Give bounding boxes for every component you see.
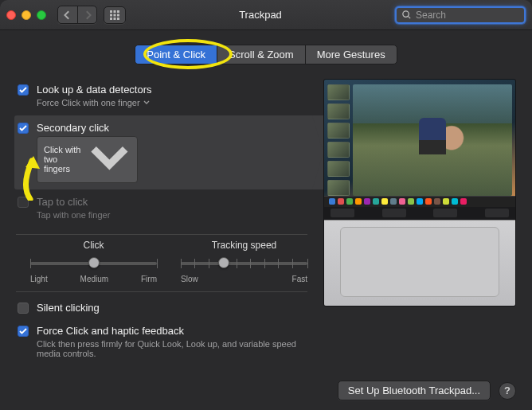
option-tap-to-click-sub: Tap with one finger (37, 210, 110, 220)
tab-point-and-click[interactable]: Point & Click (135, 45, 217, 64)
option-tap-to-click-title: Tap to click (37, 196, 110, 208)
check-icon (19, 86, 27, 94)
svg-rect-0 (110, 10, 112, 13)
window-title: Trackpad (132, 9, 389, 21)
svg-rect-1 (114, 10, 116, 13)
divider (16, 234, 307, 235)
click-slider-knob[interactable] (88, 257, 100, 268)
window-toolbar: Trackpad (0, 0, 532, 30)
click-slider-title: Click (30, 240, 157, 251)
svg-rect-5 (117, 14, 119, 16)
svg-rect-8 (117, 18, 119, 20)
checkbox-lookup[interactable] (18, 84, 29, 96)
tracking-slider-track[interactable] (181, 256, 307, 273)
option-secondary-click-title: Secondary click (37, 122, 138, 134)
option-secondary-click[interactable]: Secondary click Click with two fingers (14, 115, 323, 189)
svg-rect-6 (110, 18, 112, 20)
help-button[interactable]: ? (499, 382, 516, 400)
tab-scroll-and-zoom[interactable]: Scroll & Zoom (217, 45, 305, 64)
tracking-slider-title: Tracking speed (181, 240, 307, 251)
trackpad-preview (323, 79, 516, 307)
checkbox-silent-clicking[interactable] (18, 303, 29, 314)
svg-rect-2 (117, 10, 119, 13)
chevron-right-icon (83, 10, 92, 20)
footer: Set Up Bluetooth Trackpad... ? (338, 381, 516, 400)
option-silent-title: Silent clicking (37, 302, 100, 314)
checkbox-force-click[interactable] (18, 326, 29, 337)
grid-icon (109, 10, 120, 21)
chevron-down-icon (88, 139, 131, 181)
preview-trackpad (324, 220, 515, 306)
show-all-button[interactable] (104, 6, 126, 24)
option-lookup-menu[interactable]: Force Click with one finger (37, 98, 152, 107)
back-button[interactable] (58, 6, 77, 23)
svg-rect-7 (114, 18, 116, 20)
chevron-down-icon (143, 100, 150, 106)
svg-point-9 (403, 11, 409, 17)
tab-more-gestures[interactable]: More Gestures (305, 45, 397, 64)
tracking-slider-knob[interactable] (218, 257, 229, 268)
tabs-bar: Point & Click Scroll & Zoom More Gesture… (16, 45, 516, 64)
preview-screen (324, 80, 515, 196)
checkbox-tap-to-click[interactable] (18, 197, 29, 208)
forward-button[interactable] (77, 6, 96, 23)
option-force-click-sub: Click then press firmly for Quick Look, … (37, 339, 307, 358)
chevron-left-icon (63, 10, 72, 20)
svg-rect-3 (110, 14, 112, 16)
check-icon (19, 327, 27, 335)
tracking-speed-slider: Tracking speed Slow Fast (181, 240, 307, 283)
svg-rect-4 (114, 14, 116, 16)
divider (16, 291, 307, 292)
option-tap-to-click[interactable]: Tap to click Tap with one finger (16, 191, 307, 226)
option-secondary-click-menu[interactable]: Click with two fingers (37, 136, 138, 183)
click-slider-track[interactable] (30, 256, 157, 273)
search-field[interactable] (395, 6, 526, 24)
search-input[interactable] (416, 10, 532, 21)
click-strength-slider: Click Light Medium Firm (30, 240, 157, 283)
option-force-click-title: Force Click and haptic feedback (37, 325, 307, 337)
checkbox-secondary-click[interactable] (18, 123, 29, 134)
options-list: Look up & data detectors Force Click wit… (16, 79, 307, 365)
option-lookup-title: Look up & data detectors (37, 84, 152, 96)
preview-photo (353, 84, 512, 196)
minimize-window-button[interactable] (22, 10, 31, 20)
window-controls (6, 10, 46, 20)
zoom-window-button[interactable] (37, 10, 46, 20)
nav-segmented-control (57, 6, 97, 24)
option-lookup[interactable]: Look up & data detectors Force Click wit… (16, 79, 307, 114)
option-force-click[interactable]: Force Click and haptic feedback Click th… (16, 320, 307, 365)
option-silent-clicking[interactable]: Silent clicking (16, 297, 307, 320)
close-window-button[interactable] (6, 10, 16, 20)
search-icon (401, 10, 412, 20)
check-icon (19, 124, 27, 132)
setup-bluetooth-button[interactable]: Set Up Bluetooth Trackpad... (338, 381, 491, 400)
